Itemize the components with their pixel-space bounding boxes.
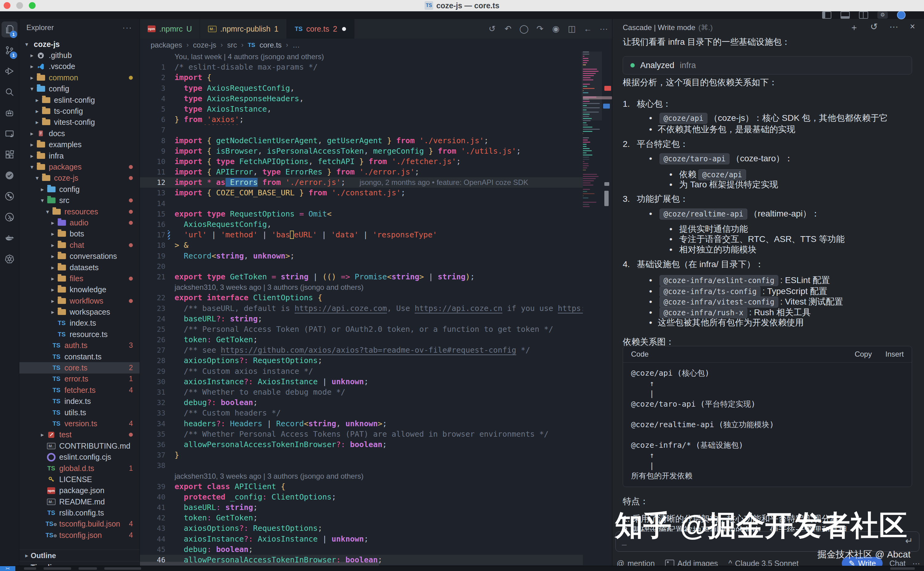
- chevron-right-icon[interactable]: ▸: [28, 130, 36, 137]
- remote-indicator[interactable]: ><: [0, 566, 15, 571]
- code-line[interactable]: 5 type AxiosInstance,: [139, 104, 583, 114]
- minimap[interactable]: [583, 51, 601, 560]
- activity-item-explorer[interactable]: 1: [0, 19, 19, 40]
- code-line[interactable]: 21export type GetToken = string | (() =>…: [139, 272, 583, 282]
- tree-item-tsconfig.build.json[interactable]: TS⚙tsconfig.build.json4: [19, 519, 139, 529]
- code-line[interactable]: 39export class APIClient {: [139, 481, 583, 492]
- chevron-right-icon[interactable]: ▸: [28, 141, 36, 148]
- tree-item-README.md[interactable]: M↓README.md: [19, 496, 139, 507]
- tree-item-version.ts[interactable]: TSversion.ts4: [19, 418, 139, 429]
- tree-item-resources[interactable]: ▾resources: [19, 206, 139, 217]
- chevron-right-icon[interactable]: ▸: [49, 253, 57, 260]
- git-branch-circle-icon[interactable]: ◉: [551, 24, 561, 34]
- chevron-right-icon[interactable]: ▸: [49, 275, 57, 282]
- tree-item-utils.ts[interactable]: TSutils.ts: [19, 407, 139, 418]
- activity-item-run-debug[interactable]: [0, 61, 19, 82]
- blame-line[interactable]: You, last week | 4 authors (jsongo and o…: [139, 51, 583, 62]
- chevron-right-icon[interactable]: ▸: [28, 74, 36, 81]
- code-line[interactable]: 34 headers?: Headers | Record<string, un…: [139, 418, 583, 429]
- code-line[interactable]: 7: [139, 125, 583, 135]
- tree-item-docs[interactable]: ▸docs: [19, 128, 139, 139]
- tree-item-files[interactable]: ▸files: [19, 273, 139, 284]
- code-line[interactable]: 28 axiosOptions?: RequestOptions;: [139, 355, 583, 366]
- blame-line[interactable]: jackshen310, 3 weeks ago | 3 authors (js…: [139, 282, 583, 293]
- code-line[interactable]: 1/* eslint-disable max-params */: [139, 62, 583, 73]
- tree-item-CONTRIBUTING.md[interactable]: M↓CONTRIBUTING.md: [19, 440, 139, 451]
- tree-item-auth.ts[interactable]: TSauth.ts3: [19, 340, 139, 351]
- local-history-icon[interactable]: ↺: [487, 24, 497, 34]
- tree-item-core.ts[interactable]: TScore.ts2: [19, 362, 139, 373]
- chevron-right-icon[interactable]: ▸: [28, 153, 36, 159]
- tree-item-src[interactable]: ▾src: [19, 195, 139, 206]
- breadcrumb-item[interactable]: core.ts: [260, 41, 281, 49]
- activity-item-search[interactable]: [0, 82, 19, 102]
- code-line[interactable]: 16 AxiosRequestConfig,: [139, 219, 583, 230]
- model-selector[interactable]: ^Claude 3.5 Sonnet: [728, 559, 799, 566]
- code-line[interactable]: 18> &: [139, 240, 583, 250]
- timeline-section[interactable]: ▸ Timeline: [19, 561, 139, 566]
- tree-item-constant.ts[interactable]: TSconstant.ts: [19, 351, 139, 362]
- code-line[interactable]: 42 token: GetToken;: [139, 513, 583, 523]
- activity-item-git-graph[interactable]: [0, 186, 19, 207]
- tree-item-.github[interactable]: ▸.github: [19, 50, 139, 61]
- tree-item-eslint.config.cjs[interactable]: eslint.config.cjs: [19, 451, 139, 463]
- account-avatar[interactable]: [897, 11, 905, 19]
- outline-section[interactable]: ▸ Outline: [19, 549, 139, 561]
- tree-item-coze-js[interactable]: ▾coze-js: [19, 39, 139, 50]
- tree-item-LICENSE[interactable]: LICENSE: [19, 474, 139, 485]
- activity-item-docker[interactable]: [0, 228, 19, 248]
- chevron-down-icon[interactable]: ▾: [33, 174, 41, 182]
- activity-item-source-control[interactable]: 1: [0, 40, 19, 61]
- chevron-right-icon[interactable]: ▸: [33, 119, 41, 126]
- code-line[interactable]: 20: [139, 261, 583, 272]
- tree-item-rslib.config.ts[interactable]: TSrslib.config.ts: [19, 507, 139, 518]
- code-line[interactable]: 30 axiosInstance?: AxiosInstance | unkno…: [139, 377, 583, 387]
- nav-node-icon[interactable]: ◯: [519, 24, 528, 34]
- chevron-down-icon[interactable]: ▾: [23, 41, 31, 48]
- activity-item-kubernetes[interactable]: [0, 248, 19, 269]
- toggle-sidebar-icon[interactable]: [822, 11, 831, 19]
- code-line[interactable]: 38: [139, 460, 583, 471]
- code-line[interactable]: 31 /** Whether to enable debug mode */: [139, 387, 583, 397]
- code-line[interactable]: 40 protected _config: ClientOptions;: [139, 492, 583, 502]
- code-line[interactable]: 15export type RequestOptions = Omit<: [139, 209, 583, 219]
- tree-item-common[interactable]: ▸common: [19, 72, 139, 83]
- chevron-down-icon[interactable]: ▾: [39, 197, 46, 204]
- toggle-panel-icon[interactable]: [841, 11, 850, 19]
- chevron-right-icon[interactable]: ▸: [49, 264, 57, 271]
- code-line[interactable]: 32 debug?: boolean;: [139, 397, 583, 408]
- breadcrumb[interactable]: packages›coze-js›src›TScore.ts›…: [139, 39, 612, 51]
- activity-item-remote-explorer[interactable]: [0, 123, 19, 144]
- activity-item-ai-bot[interactable]: [0, 102, 19, 123]
- code-line[interactable]: 41 baseURL: string;: [139, 502, 583, 513]
- tree-item-datasets[interactable]: ▸datasets: [19, 262, 139, 273]
- more-actions-icon[interactable]: ···: [122, 23, 132, 32]
- tab-core.ts[interactable]: TScore.ts2: [287, 19, 355, 39]
- code-line[interactable]: 26 token: GetToken;: [139, 335, 583, 345]
- horizontal-scrollbar[interactable]: [139, 562, 379, 566]
- tree-item-test[interactable]: ▸test: [19, 429, 139, 440]
- chevron-down-icon[interactable]: ▾: [28, 164, 36, 170]
- code-line[interactable]: 17 'url' | 'method' | 'baseURL' | 'data'…: [139, 230, 583, 240]
- scrollbar-thumb[interactable]: [604, 191, 609, 206]
- tree-item-package.json[interactable]: npmpackage.json: [19, 485, 139, 496]
- tree-item-audio[interactable]: ▸audio: [19, 217, 139, 228]
- blame-line[interactable]: jackshen310, 3 weeks ago | 3 authors (js…: [139, 471, 583, 481]
- code-line[interactable]: 36 allowPersonalAccessTokenInBrowser?: b…: [139, 440, 583, 450]
- code-line[interactable]: 6} from 'axios';: [139, 114, 583, 125]
- code-line[interactable]: 12import * as Errors from './error.js';j…: [139, 177, 583, 188]
- code-line[interactable]: 45 debug: boolean;: [139, 544, 583, 555]
- tree-item-.vscode[interactable]: ▸.vscode: [19, 61, 139, 72]
- tree-item-config[interactable]: ▾config: [19, 83, 139, 94]
- tree-item-examples[interactable]: ▸examples: [19, 139, 139, 150]
- settings-gear-icon[interactable]: ⚙: [878, 11, 888, 19]
- code-line[interactable]: 23 /** baseURL, default is https://api.c…: [139, 303, 583, 314]
- mention-button[interactable]: @mention: [617, 559, 655, 566]
- tree-item-infra[interactable]: ▸infra: [19, 150, 139, 161]
- tree-item-packages[interactable]: ▾packages: [19, 161, 139, 172]
- code-line[interactable]: 27 /** see https://github.com/axios/axio…: [139, 345, 583, 355]
- tree-item-tsconfig.json[interactable]: TS⚙tsconfig.json4: [19, 529, 139, 541]
- code-line[interactable]: 44 axiosInstance?: AxiosInstance | unkno…: [139, 534, 583, 544]
- code-line[interactable]: 14: [139, 198, 583, 209]
- nav-forward-circle-icon[interactable]: ↷: [535, 24, 544, 34]
